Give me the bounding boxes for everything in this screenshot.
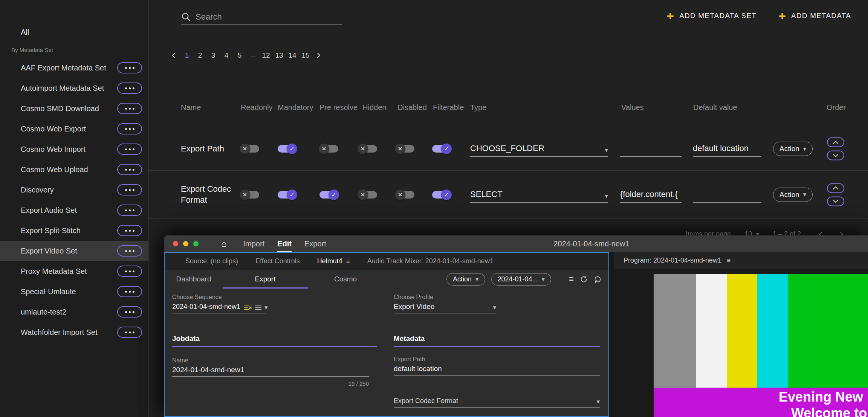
- close-window-button[interactable]: [173, 241, 178, 246]
- pagination-page[interactable]: 14: [287, 51, 297, 60]
- export-path-field[interactable]: default location: [394, 364, 600, 376]
- sequence-field[interactable]: 2024-01-04-smd-new1 ▾: [172, 301, 266, 313]
- sidebar-item[interactable]: Cosmo Web Import: [0, 139, 148, 159]
- sidebar-item[interactable]: Special-Umlaute: [0, 281, 148, 302]
- default-value-field[interactable]: default location: [693, 141, 761, 157]
- add-metadata-set-button[interactable]: + ADD METADATA SET: [666, 11, 756, 21]
- values-field[interactable]: [620, 141, 682, 157]
- item-menu-button[interactable]: [117, 205, 142, 216]
- sync-icon[interactable]: [594, 275, 602, 283]
- zoom-window-button[interactable]: [193, 241, 199, 246]
- sidebar-item[interactable]: Watchfolder Import Set: [0, 322, 148, 342]
- add-metadata-button[interactable]: + ADD METADATA: [778, 11, 851, 21]
- hidden-toggle[interactable]: [358, 145, 377, 153]
- mandatory-toggle[interactable]: [278, 191, 296, 199]
- item-menu-button[interactable]: [117, 164, 142, 175]
- item-menu-button[interactable]: [117, 123, 142, 134]
- panel-tab-helmut4[interactable]: Helmut4 ≡: [317, 257, 350, 265]
- item-menu-button[interactable]: [117, 103, 142, 114]
- readonly-toggle[interactable]: [240, 191, 259, 199]
- profile-select[interactable]: Export Video ▾: [394, 301, 496, 313]
- minimize-window-button[interactable]: [183, 241, 188, 246]
- move-down-button[interactable]: [827, 151, 844, 160]
- sidebar-item[interactable]: Autoimport Metadata Set: [0, 78, 148, 98]
- search-input[interactable]: [196, 12, 342, 22]
- item-menu-button[interactable]: [117, 266, 142, 277]
- item-menu-button[interactable]: [117, 144, 142, 155]
- tab-export[interactable]: Export: [304, 235, 326, 252]
- move-up-button[interactable]: [827, 137, 844, 147]
- tab-dashboard[interactable]: Dashboard: [165, 270, 223, 289]
- item-menu-button[interactable]: [117, 184, 142, 196]
- action-button[interactable]: Action▾: [773, 142, 813, 156]
- item-menu-button[interactable]: [117, 82, 142, 94]
- sidebar-item[interactable]: umlaute-test2: [0, 302, 148, 322]
- preset-dropdown-button[interactable]: 2024-01-04... ▾: [491, 273, 552, 286]
- item-menu-button[interactable]: [117, 245, 142, 257]
- pagination-next-button[interactable]: [314, 50, 324, 60]
- mandatory-toggle[interactable]: [278, 145, 296, 153]
- panel-tab-effect-controls[interactable]: Effect Controls: [255, 257, 300, 265]
- default-value-field[interactable]: [693, 187, 761, 203]
- tab-cosmo[interactable]: Cosmo: [308, 270, 383, 289]
- clear-sequence-icon[interactable]: [244, 305, 252, 311]
- item-menu-button[interactable]: [117, 327, 142, 338]
- pagination-page[interactable]: 12: [261, 51, 271, 60]
- sidebar-item-all[interactable]: All: [0, 23, 148, 41]
- panel-tab-source[interactable]: Source: (no clips): [185, 257, 238, 265]
- filterable-toggle[interactable]: [432, 191, 451, 199]
- pre-resolve-toggle[interactable]: [319, 145, 338, 153]
- type-select[interactable]: CHOOSE_FOLDER▾: [470, 141, 608, 157]
- search-box[interactable]: [181, 9, 342, 25]
- sidebar-item[interactable]: Discovery: [0, 180, 148, 200]
- sidebar-item[interactable]: Proxy Metadata Set: [0, 261, 148, 281]
- action-button[interactable]: Action▾: [773, 188, 813, 202]
- home-icon[interactable]: ⌂: [221, 239, 227, 248]
- sidebar-item[interactable]: Cosmo SMD Download: [0, 98, 148, 119]
- pagination-page[interactable]: 5: [235, 51, 245, 60]
- tab-import[interactable]: Import: [243, 235, 265, 252]
- pagination-page[interactable]: 2: [195, 51, 205, 60]
- item-menu-button[interactable]: [117, 286, 142, 297]
- pagination-page[interactable]: 13: [274, 51, 284, 60]
- program-tab-label[interactable]: Program: 2024-01-04-smd-new1: [623, 257, 721, 264]
- disabled-toggle[interactable]: [396, 191, 414, 199]
- pre-resolve-toggle[interactable]: [319, 191, 338, 199]
- move-down-button[interactable]: [827, 196, 844, 206]
- sidebar-item[interactable]: Cosmo Web Upload: [0, 159, 148, 180]
- pagination-page[interactable]: 15: [301, 51, 310, 60]
- helmut-panel: Source: (no clips) Effect Controls Helmu…: [164, 252, 609, 417]
- menu-icon[interactable]: ≡: [569, 275, 574, 283]
- sidebar-item[interactable]: Export Split-Stitch: [0, 220, 148, 241]
- panel-menu-icon[interactable]: ≡: [727, 257, 730, 264]
- select-sequence-icon[interactable]: [255, 305, 261, 310]
- filterable-toggle[interactable]: [432, 145, 451, 153]
- type-select[interactable]: SELECT▾: [470, 187, 608, 203]
- move-up-button[interactable]: [827, 183, 844, 193]
- item-menu-button[interactable]: [117, 62, 142, 73]
- sidebar-item[interactable]: AAF Export Metadata Set: [0, 58, 148, 78]
- action-dropdown-button[interactable]: Action ▾: [446, 273, 485, 286]
- readonly-toggle[interactable]: [240, 145, 259, 153]
- pagination-page[interactable]: 1: [182, 51, 192, 60]
- name-input[interactable]: [172, 366, 369, 374]
- values-field[interactable]: {folder.content.{: [620, 187, 682, 203]
- item-menu-button[interactable]: [117, 225, 142, 236]
- panel-menu-icon[interactable]: ≡: [346, 258, 350, 265]
- lower-third-subtitle: Welcome to the: [791, 405, 868, 417]
- pagination-page[interactable]: 3: [208, 51, 218, 60]
- panel-tab-audio-track-mixer[interactable]: Audio Track Mixer: 2024-01-04-smd-new1: [367, 257, 494, 265]
- name-field[interactable]: [172, 365, 369, 377]
- sidebar-item[interactable]: Export Audio Set: [0, 200, 148, 220]
- pagination-prev-button[interactable]: [169, 50, 179, 60]
- pagination-page[interactable]: 4: [222, 51, 231, 60]
- item-menu-button[interactable]: [117, 306, 142, 318]
- disabled-toggle[interactable]: [396, 145, 414, 153]
- tab-export[interactable]: Export: [223, 270, 308, 289]
- hidden-toggle[interactable]: [358, 191, 377, 199]
- sidebar-item[interactable]: Cosmo Web Export: [0, 119, 148, 139]
- tab-edit[interactable]: Edit: [277, 235, 292, 252]
- refresh-icon[interactable]: [580, 275, 588, 283]
- export-codec-format-select[interactable]: Export Codec Format ▾: [394, 393, 600, 408]
- sidebar-item[interactable]: Export Video Set: [0, 241, 148, 261]
